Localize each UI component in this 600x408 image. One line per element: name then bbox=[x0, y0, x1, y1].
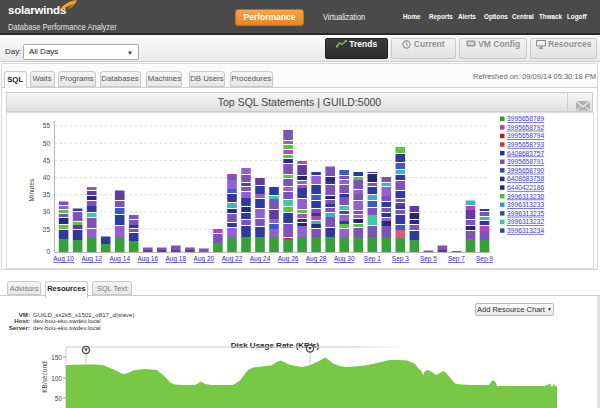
svg-text:Minutes: Minutes bbox=[28, 178, 35, 202]
svg-text:100: 100 bbox=[51, 375, 62, 382]
svg-text:Sep 3: Sep 3 bbox=[392, 255, 409, 263]
svg-text:30: 30 bbox=[43, 208, 51, 215]
svg-text:3995658793: 3995658793 bbox=[507, 141, 544, 148]
svg-text:3995658792: 3995658792 bbox=[507, 124, 544, 131]
svg-text:6408683757: 6408683757 bbox=[507, 150, 544, 157]
svg-text:Aug 24: Aug 24 bbox=[250, 255, 271, 263]
svg-text:0: 0 bbox=[46, 248, 50, 255]
svg-text:Sep 1: Sep 1 bbox=[364, 255, 381, 263]
svg-text:Aug 22: Aug 22 bbox=[222, 255, 243, 263]
svg-text:6408683758: 6408683758 bbox=[507, 175, 544, 182]
svg-text:3995658790: 3995658790 bbox=[507, 167, 544, 174]
svg-text:6440422186: 6440422186 bbox=[507, 184, 544, 191]
svg-text:25: 25 bbox=[43, 226, 51, 233]
svg-text:Aug 20: Aug 20 bbox=[194, 255, 215, 263]
svg-text:Aug 14: Aug 14 bbox=[109, 255, 130, 263]
svg-text:3996313235: 3996313235 bbox=[507, 210, 544, 217]
svg-text:Sep 5: Sep 5 bbox=[420, 255, 437, 263]
svg-text:Aug 26: Aug 26 bbox=[278, 255, 299, 263]
svg-text:Sep 7: Sep 7 bbox=[448, 255, 465, 263]
svg-text:50: 50 bbox=[43, 140, 51, 147]
svg-text:3995658791: 3995658791 bbox=[507, 158, 544, 165]
svg-text:Sep 9: Sep 9 bbox=[476, 255, 493, 263]
svg-text:3996313230: 3996313230 bbox=[507, 193, 544, 200]
svg-text:35: 35 bbox=[43, 191, 51, 198]
svg-text:Aug 10: Aug 10 bbox=[53, 255, 74, 263]
svg-text:KB/second: KB/second bbox=[41, 361, 48, 393]
svg-text:45: 45 bbox=[43, 157, 51, 164]
svg-text:3996313232: 3996313232 bbox=[507, 218, 544, 225]
svg-text:Aug 16: Aug 16 bbox=[137, 255, 158, 263]
svg-text:Aug 28: Aug 28 bbox=[306, 255, 327, 263]
svg-text:55: 55 bbox=[43, 122, 51, 129]
svg-text:3995658794: 3995658794 bbox=[507, 132, 544, 139]
svg-text:Aug 18: Aug 18 bbox=[165, 255, 186, 263]
svg-text:Aug 30: Aug 30 bbox=[334, 255, 355, 263]
svg-text:150: 150 bbox=[51, 354, 62, 361]
svg-text:Aug 12: Aug 12 bbox=[81, 255, 102, 263]
svg-text:3995658789: 3995658789 bbox=[507, 115, 544, 122]
svg-text:3996313234: 3996313234 bbox=[507, 227, 544, 234]
svg-text:3996313233: 3996313233 bbox=[507, 201, 544, 208]
svg-text:40: 40 bbox=[43, 174, 51, 181]
svg-text:50: 50 bbox=[55, 395, 63, 402]
